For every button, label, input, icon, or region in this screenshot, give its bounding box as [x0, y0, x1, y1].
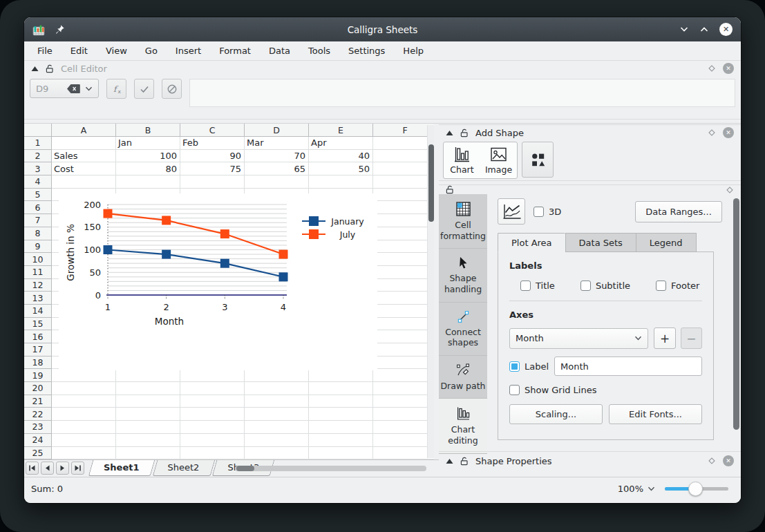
horizontal-scrollbar[interactable] [235, 466, 426, 471]
lock-icon[interactable] [460, 457, 469, 466]
edit-fonts-button[interactable]: Edit Fonts... [609, 404, 702, 424]
dock-close-icon[interactable] [723, 63, 734, 74]
scrollbar-thumb[interactable] [428, 144, 434, 222]
sheet-tab-sheet1[interactable]: Sheet1 [91, 460, 153, 476]
cell-reference-combo[interactable]: D9 [30, 79, 99, 98]
collapse-icon[interactable] [31, 66, 39, 72]
axis-select[interactable]: Month [509, 328, 648, 349]
cell-d3[interactable]: 65 [245, 162, 309, 175]
cell-f16[interactable] [373, 330, 434, 343]
spreadsheet[interactable]: ABCDEF1JanFebMarApr2Sales1009070403Cost8… [24, 124, 434, 459]
cell-c21[interactable] [180, 395, 245, 408]
cell-a19[interactable] [52, 369, 116, 382]
cell-f12[interactable] [373, 279, 434, 292]
cell-f18[interactable] [373, 357, 434, 370]
cell-e20[interactable] [309, 382, 373, 395]
cell-f13[interactable] [373, 292, 434, 305]
cell-f8[interactable] [373, 227, 434, 240]
cell-d2[interactable]: 70 [245, 150, 309, 163]
zoom-value[interactable]: 100% [618, 484, 643, 494]
cell-c22[interactable] [180, 408, 245, 421]
dock-close-icon[interactable] [723, 455, 734, 466]
cell-d21[interactable] [245, 395, 309, 408]
cell-a2[interactable]: Sales [52, 150, 116, 163]
row-header-18[interactable]: 18 [24, 357, 52, 370]
cell-b2[interactable]: 100 [116, 150, 180, 163]
cell-f4[interactable] [373, 175, 434, 189]
cell-a4[interactable] [52, 175, 116, 189]
cell-a22[interactable] [52, 408, 116, 421]
tab-plot-area[interactable]: Plot Area [498, 233, 565, 252]
row-header-9[interactable]: 9 [24, 240, 52, 254]
cell-b23[interactable] [116, 421, 180, 434]
cell-c3[interactable]: 75 [180, 162, 245, 175]
row-header-24[interactable]: 24 [24, 434, 52, 447]
cell-e24[interactable] [309, 434, 373, 447]
cell-e23[interactable] [309, 421, 373, 434]
tool-tab-draw-path[interactable]: Draw path [439, 356, 487, 399]
cell-c20[interactable] [180, 382, 245, 395]
tool-tab-connect-shapes[interactable]: Connect shapes [439, 303, 487, 356]
cell-f21[interactable] [373, 395, 434, 408]
cell-e22[interactable] [309, 408, 373, 421]
menu-settings[interactable]: Settings [339, 41, 394, 60]
cell-c1[interactable]: Feb [180, 137, 245, 150]
checkbox-footer[interactable]: Footer [656, 281, 699, 291]
row-header-6[interactable]: 6 [24, 201, 52, 214]
collapse-icon[interactable] [446, 458, 453, 464]
row-header-16[interactable]: 16 [24, 330, 52, 343]
cell-f19[interactable] [373, 369, 434, 382]
add-chart-button[interactable]: Chart [444, 142, 480, 178]
row-header-12[interactable]: 12 [24, 279, 52, 292]
row-header-10[interactable]: 10 [24, 253, 52, 266]
menu-edit[interactable]: Edit [62, 41, 97, 60]
tool-tab-cell-formatting[interactable]: Cell formatting [439, 194, 487, 249]
cell-d20[interactable] [245, 382, 309, 395]
menu-format[interactable]: Format [210, 41, 260, 60]
cell-b4[interactable] [116, 175, 180, 189]
cell-b24[interactable] [116, 434, 180, 447]
cell-d23[interactable] [245, 421, 309, 434]
cell-a24[interactable] [52, 434, 116, 447]
cell-f6[interactable] [373, 201, 434, 214]
row-header-25[interactable]: 25 [24, 447, 52, 460]
add-image-button[interactable]: Image [480, 142, 517, 178]
cell-f5[interactable] [373, 189, 434, 202]
cell-c23[interactable] [180, 421, 245, 434]
menu-tools[interactable]: Tools [299, 41, 339, 60]
cell-b25[interactable] [116, 447, 180, 460]
cell-f3[interactable] [373, 162, 434, 175]
float-icon[interactable] [708, 64, 716, 73]
row-header-19[interactable]: 19 [24, 369, 52, 382]
checkbox-title[interactable]: Title [520, 281, 555, 291]
cell-f24[interactable] [373, 434, 434, 447]
row-header-17[interactable]: 17 [24, 343, 52, 357]
function-button[interactable]: fx [106, 79, 126, 99]
cell-f20[interactable] [373, 382, 434, 395]
cancel-button[interactable] [162, 79, 182, 99]
cell-d19[interactable] [245, 369, 309, 382]
next-sheet-button[interactable] [56, 462, 69, 475]
cell-d25[interactable] [245, 447, 309, 460]
cell-a3[interactable]: Cost [52, 162, 116, 175]
first-sheet-button[interactable] [26, 462, 39, 475]
menu-insert[interactable]: Insert [167, 41, 210, 60]
cell-a1[interactable] [52, 137, 116, 150]
cell-f23[interactable] [373, 421, 434, 434]
row-header-8[interactable]: 8 [24, 227, 52, 240]
lock-icon[interactable] [46, 64, 54, 73]
minimize-button[interactable] [679, 26, 689, 32]
select-all-corner[interactable] [24, 124, 52, 137]
row-header-2[interactable]: 2 [24, 150, 52, 163]
row-header-13[interactable]: 13 [24, 292, 52, 305]
row-header-7[interactable]: 7 [24, 214, 52, 227]
apply-button[interactable] [134, 79, 154, 99]
float-icon[interactable] [708, 129, 716, 137]
col-header-a[interactable]: A [52, 124, 116, 137]
col-header-c[interactable]: C [180, 124, 245, 137]
zoom-slider[interactable] [665, 487, 728, 491]
col-header-e[interactable]: E [309, 124, 373, 137]
cell-b3[interactable]: 80 [116, 162, 180, 175]
cell-e3[interactable]: 50 [309, 162, 373, 175]
lock-icon[interactable] [460, 129, 469, 137]
